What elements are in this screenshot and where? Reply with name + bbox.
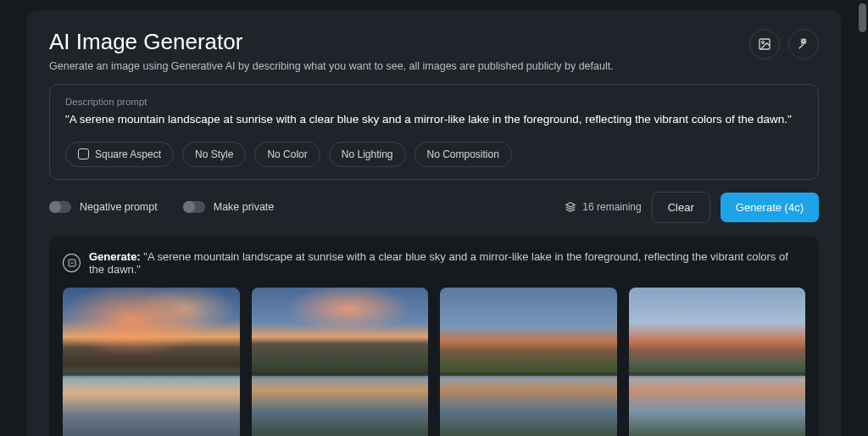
header-actions <box>749 29 819 59</box>
chip-no-color[interactable]: No Color <box>254 142 320 167</box>
image-grid <box>63 288 805 436</box>
clear-button[interactable]: Clear <box>652 192 710 223</box>
toggle-track <box>49 201 71 213</box>
toggle-make-private[interactable]: Make private <box>183 201 275 213</box>
prompt-box: Description prompt "A serene mountain la… <box>49 84 819 180</box>
results-prompt-echo: "A serene mountain landscape at sunrise … <box>89 250 788 276</box>
toggles-group: Negative prompt Make private <box>49 201 274 213</box>
chip-no-lighting[interactable]: No Lighting <box>329 142 406 167</box>
results-panel: Generate: "A serene mountain landscape a… <box>49 237 819 436</box>
prompt-label: Description prompt <box>65 97 803 107</box>
magic-wand-icon <box>797 37 810 51</box>
right-controls: 16 remaining Clear Generate (4c) <box>565 192 819 223</box>
toggle-label: Make private <box>214 201 275 213</box>
chip-label: No Lighting <box>342 148 393 160</box>
chip-label: No Composition <box>427 148 499 160</box>
chip-label: No Color <box>267 148 307 160</box>
image-icon <box>758 37 771 51</box>
chip-label: No Style <box>195 148 233 160</box>
toggle-negative-prompt[interactable]: Negative prompt <box>49 201 158 213</box>
chip-no-style[interactable]: No Style <box>182 142 246 167</box>
results-header: Generate: "A serene mountain landscape a… <box>63 250 805 276</box>
chip-square-aspect[interactable]: Square Aspect <box>65 142 174 167</box>
generate-button[interactable]: Generate (4c) <box>721 193 819 222</box>
results-label: Generate: <box>89 250 141 263</box>
stack-icon <box>565 201 576 213</box>
gallery-icon-button[interactable] <box>749 29 780 59</box>
toggle-label: Negative prompt <box>80 201 158 213</box>
svg-point-1 <box>762 42 765 44</box>
page-title: AI Image Generator <box>49 29 614 55</box>
square-aspect-icon <box>78 148 89 159</box>
toggle-track <box>183 201 205 213</box>
header-row: AI Image Generator Generate an image usi… <box>49 29 819 72</box>
generated-image-1[interactable] <box>63 288 240 436</box>
generated-image-3[interactable] <box>440 288 617 436</box>
magic-wand-button[interactable] <box>788 29 819 59</box>
header-text: AI Image Generator Generate an image usi… <box>49 29 614 72</box>
scrollbar-thumb[interactable] <box>859 3 866 32</box>
credits-remaining: 16 remaining <box>565 201 641 213</box>
toggle-thumb <box>49 201 61 213</box>
toggle-thumb <box>183 201 195 213</box>
credits-text: 16 remaining <box>582 201 641 213</box>
prompt-input[interactable]: "A serene mountain landscape at sunrise … <box>65 112 803 128</box>
page-subtitle: Generate an image using Generative AI by… <box>49 60 614 72</box>
chip-label: Square Aspect <box>95 148 161 160</box>
chip-no-composition[interactable]: No Composition <box>415 142 512 167</box>
controls-row: Negative prompt Make private 16 remainin… <box>49 192 819 223</box>
generate-result-icon <box>63 254 81 272</box>
generated-image-4[interactable] <box>629 288 806 436</box>
generator-card: AI Image Generator Generate an image usi… <box>27 10 841 436</box>
generated-image-2[interactable] <box>252 288 429 436</box>
chip-row: Square Aspect No Style No Color No Light… <box>65 142 803 167</box>
